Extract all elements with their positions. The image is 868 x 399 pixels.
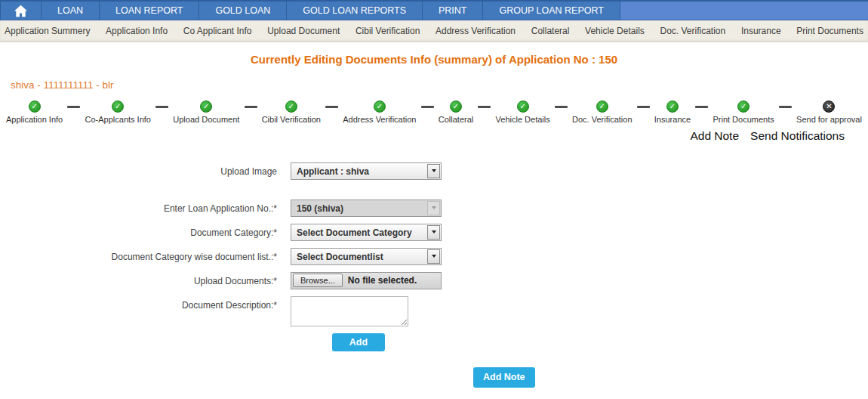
step-connector [695,106,708,108]
chevron-down-icon [427,201,440,215]
check-circle-icon [374,101,386,113]
document-description-label: Document Description:* [0,296,291,311]
upload-documents-label: Upload Documents:* [0,272,291,286]
subnav-address-verification[interactable]: Address Verification [436,26,516,36]
home-icon [14,5,28,17]
subnav-application-info[interactable]: Application Info [106,26,168,36]
step-connector [421,106,434,108]
progress-steps: Application Info Co-Applcants Info Uploa… [0,101,868,124]
loan-application-no-row: Enter Loan Application No.:* 150 (shiva) [0,200,868,217]
check-circle-icon [112,101,124,113]
upload-image-row: Upload Image Applicant : shiva [0,162,868,180]
nav-tab-print[interactable]: PRINT [422,2,483,20]
step-connector [555,106,568,108]
step-connector [67,106,80,108]
step-connector [779,106,792,108]
step-collateral[interactable]: Collateral [439,101,473,124]
nav-tab-gold-loan-reports[interactable]: GOLD LOAN REPORTS [286,2,422,20]
step-connector [155,106,168,108]
nav-tab-gold-loan[interactable]: GOLD LOAN [199,2,286,20]
nav-tab-loan[interactable]: LOAN [41,2,99,20]
page-title: Currently Editing Documents Info (summar… [0,53,868,66]
check-circle-icon [596,101,608,113]
nav-tab-loan-report[interactable]: LOAN REPORT [99,2,199,20]
send-notifications-link[interactable]: Send Notifications [750,129,845,143]
step-co-applicants-info[interactable]: Co-Applcants Info [85,101,151,124]
subnav-co-applicant-info[interactable]: Co Applicant Info [183,26,252,36]
browse-button[interactable]: Browse... [293,274,343,287]
step-connector [478,106,491,108]
top-action-links: Add Note Send Notifications [0,129,868,143]
step-print-documents[interactable]: Print Documents [713,101,774,124]
subnav-application-summery[interactable]: Application Summery [5,26,90,36]
chevron-down-icon [427,164,440,178]
subnav-insurance[interactable]: Insurance [741,26,781,36]
file-status-text: No file selected. [348,275,417,286]
file-input[interactable]: Browse... No file selected. [291,272,442,289]
subnav-cibil-verification[interactable]: Cibil Verification [356,26,420,36]
document-category-label: Document Category:* [0,224,291,238]
step-insurance[interactable]: Insurance [654,101,691,124]
chevron-down-icon [427,225,440,240]
upload-image-label: Upload Image [0,162,291,177]
check-circle-icon [666,101,679,113]
applicant-summary: shiva - 1111111111 - blr [11,78,139,93]
loan-application-no-select: 150 (shiva) [291,200,442,217]
document-category-row: Document Category:* Select Document Cate… [0,224,868,241]
subnav-doc-verification[interactable]: Doc. Verification [660,26,725,36]
step-vehicle-details[interactable]: Vehicle Details [496,101,550,124]
document-category-select[interactable]: Select Document Category [291,224,442,241]
upload-documents-row: Upload Documents:* Browse... No file sel… [0,272,868,289]
subnav-vehicle-details[interactable]: Vehicle Details [585,26,645,36]
subnav-collateral[interactable]: Collateral [531,26,570,36]
document-list-select[interactable]: Select Documentlist [291,248,442,265]
upload-image-select[interactable]: Applicant : shiva [291,162,442,180]
document-description-textarea[interactable] [291,296,408,326]
application-subnav: Application Summery Application Info Co … [0,20,868,42]
add-note-button[interactable]: Add Note [473,367,535,388]
step-connector [637,106,650,108]
check-circle-icon [450,101,462,113]
step-cibil-verification[interactable]: Cibil Verification [262,101,321,124]
step-application-info[interactable]: Application Info [6,101,63,124]
nav-tab-group-loan-report[interactable]: GROUP LOAN REPORT [482,2,620,20]
add-note-link[interactable]: Add Note [690,129,739,143]
document-description-row: Document Description:* [0,296,868,326]
home-tab[interactable] [0,2,41,20]
document-list-label: Document Category wise document list.:* [0,248,291,262]
subnav-upload-document[interactable]: Upload Document [267,26,340,36]
check-circle-icon [285,101,297,113]
upload-document-form: Upload Image Applicant : shiva Enter Loa… [0,162,868,351]
step-doc-verification[interactable]: Doc. Verification [572,101,632,124]
subnav-print-documents[interactable]: Print Documents [796,26,863,36]
check-circle-icon [29,101,41,113]
step-address-verification[interactable]: Address Verification [343,101,416,124]
top-navbar: LOAN LOAN REPORT GOLD LOAN GOLD LOAN REP… [0,0,868,20]
loan-application-no-label: Enter Loan Application No.:* [0,200,291,214]
check-circle-icon [200,101,212,113]
check-circle-icon [737,101,749,113]
check-circle-icon [517,101,529,113]
step-connector [325,106,338,108]
x-circle-icon [823,101,835,113]
step-connector [245,106,257,108]
chevron-down-icon [427,249,440,264]
document-list-row: Document Category wise document list.:* … [0,248,868,265]
add-button[interactable]: Add [332,333,385,351]
step-upload-document[interactable]: Upload Document [173,101,239,124]
step-send-for-approval[interactable]: Send for approval [796,101,862,124]
